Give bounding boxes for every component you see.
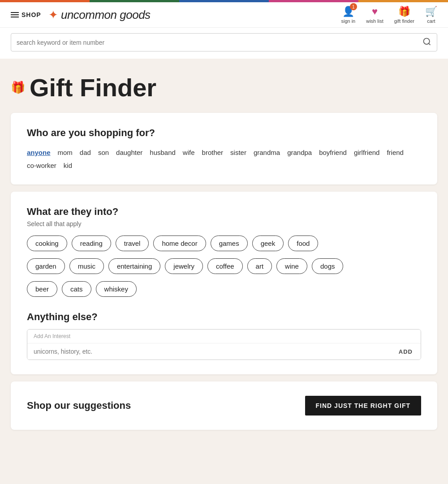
interest-tag[interactable]: food: [288, 236, 318, 251]
page-title-icon: 🎁: [11, 81, 25, 94]
recipient-item[interactable]: grandpa: [287, 148, 312, 157]
logo-sparkle: ✦: [48, 8, 58, 21]
tags-row-3: beercatswhiskey: [27, 281, 421, 297]
suggestions-row: Shop our suggestions FIND JUST THE RIGHT…: [27, 396, 421, 415]
sign-in-button[interactable]: 👤 1 sign in: [341, 6, 355, 24]
sign-in-badge: 1: [350, 3, 357, 10]
interest-tag[interactable]: cooking: [27, 236, 67, 251]
interest-tag[interactable]: reading: [72, 236, 111, 251]
logo-text: uncommon goods: [61, 8, 151, 21]
recipient-item[interactable]: co-worker: [27, 161, 56, 170]
sign-in-label: sign in: [341, 18, 355, 24]
svg-line-1: [429, 43, 431, 45]
recipient-item[interactable]: son: [98, 148, 109, 157]
interest-tag[interactable]: games: [211, 236, 248, 251]
search-bar-section: [0, 28, 448, 59]
recipient-item[interactable]: sister: [230, 148, 246, 157]
page-title: Gift Finder: [30, 73, 156, 102]
search-input[interactable]: [17, 39, 422, 46]
page-title-section: 🎁 Gift Finder: [11, 73, 437, 102]
gift-icon: 🎁: [398, 6, 410, 17]
interest-tag[interactable]: geek: [252, 236, 284, 251]
find-gift-button[interactable]: FIND JUST THE RIGHT GIFT: [305, 396, 421, 415]
recipient-item[interactable]: grandma: [254, 148, 280, 157]
who-card: Who are you shopping for? anyonemomdadso…: [11, 113, 437, 184]
shop-label: SHOP: [22, 11, 41, 18]
interest-tag[interactable]: whiskey: [96, 281, 137, 297]
recipient-item[interactable]: friend: [387, 148, 404, 157]
anything-else-section: Anything else? Add An Interest ADD: [27, 311, 421, 360]
search-button[interactable]: [422, 37, 431, 47]
logo[interactable]: ✦ uncommon goods: [48, 8, 151, 22]
gift-finder-label: gift finder: [394, 18, 414, 24]
heart-icon: ♥: [372, 6, 378, 17]
recipient-item[interactable]: mom: [58, 148, 73, 157]
who-section-title: Who are you shopping for?: [27, 127, 421, 139]
interest-tag[interactable]: coffee: [207, 258, 243, 274]
interest-tag[interactable]: art: [247, 258, 272, 274]
add-interest-input[interactable]: [27, 343, 391, 360]
main-content: 🎁 Gift Finder Who are you shopping for? …: [0, 59, 448, 451]
suggestions-card: Shop our suggestions FIND JUST THE RIGHT…: [11, 381, 437, 430]
recipient-item[interactable]: anyone: [27, 148, 51, 157]
sign-in-icon-wrap: 👤 1: [342, 6, 354, 17]
interest-tag[interactable]: travel: [116, 236, 149, 251]
add-interest-button[interactable]: ADD: [391, 343, 421, 360]
recipient-item[interactable]: husband: [150, 148, 176, 157]
interests-title: What are they into?: [27, 206, 421, 218]
add-interest-box: Add An Interest ADD: [27, 329, 421, 360]
recipient-item[interactable]: kid: [64, 161, 72, 170]
shop-menu-button[interactable]: SHOP: [11, 11, 41, 18]
interest-tag[interactable]: dogs: [312, 258, 344, 274]
svg-point-0: [424, 39, 430, 44]
recipient-item[interactable]: boyfriend: [319, 148, 347, 157]
interests-subtitle: Select all that apply: [27, 220, 421, 227]
wish-list-label: wish list: [366, 18, 383, 24]
tags-row-1: cookingreadingtravelhome decorgamesgeekf…: [27, 236, 421, 251]
tags-row-2: gardenmusicentertainingjewelrycoffeeartw…: [27, 258, 421, 274]
header-right: 👤 1 sign in ♥ wish list 🎁 gift finder 🛒 …: [341, 6, 437, 24]
interest-tag[interactable]: beer: [27, 281, 57, 297]
suggestions-title: Shop our suggestions: [27, 400, 131, 411]
anything-title: Anything else?: [27, 311, 421, 323]
cart-button[interactable]: 🛒 cart: [425, 6, 437, 24]
interest-tag[interactable]: cats: [62, 281, 91, 297]
search-icon: [422, 37, 431, 46]
recipient-item[interactable]: dad: [80, 148, 91, 157]
hamburger-icon: [11, 12, 19, 17]
interests-card: What are they into? Select all that appl…: [11, 192, 437, 374]
search-bar: [11, 33, 437, 51]
interest-tag[interactable]: entertaining: [108, 258, 160, 274]
interest-tag[interactable]: music: [69, 258, 104, 274]
cart-label: cart: [427, 18, 435, 24]
interest-tag[interactable]: wine: [276, 258, 307, 274]
recipient-item[interactable]: daughter: [116, 148, 142, 157]
header-left: SHOP ✦ uncommon goods: [11, 8, 151, 22]
interest-tag[interactable]: jewelry: [165, 258, 203, 274]
wish-list-button[interactable]: ♥ wish list: [366, 6, 383, 24]
add-interest-row: ADD: [27, 343, 421, 360]
gift-finder-button[interactable]: 🎁 gift finder: [394, 6, 414, 24]
add-interest-label: Add An Interest: [27, 330, 421, 343]
cart-icon: 🛒: [425, 6, 437, 17]
interest-tag[interactable]: home decor: [153, 236, 206, 251]
top-color-bar: [0, 0, 448, 2]
recipient-item[interactable]: wife: [183, 148, 195, 157]
interest-tag[interactable]: garden: [27, 258, 65, 274]
recipient-item[interactable]: brother: [202, 148, 224, 157]
site-header: SHOP ✦ uncommon goods 👤 1 sign in ♥ wish…: [0, 2, 448, 28]
recipient-item[interactable]: girlfriend: [354, 148, 380, 157]
recipient-list: anyonemomdadsondaughterhusbandwifebrothe…: [27, 148, 421, 170]
